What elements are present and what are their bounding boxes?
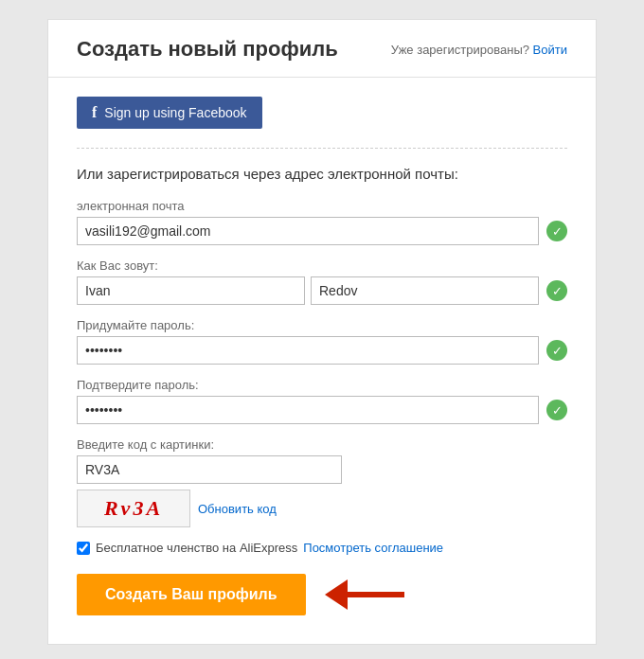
password-input[interactable] (77, 336, 539, 365)
name-input-row: ✓ (77, 276, 567, 305)
card-body: f Sign up using Facebook Или зарегистрир… (48, 78, 596, 644)
captcha-input-row (77, 455, 567, 484)
password-valid-icon: ✓ (546, 340, 567, 361)
password-input-row: ✓ (77, 336, 567, 365)
membership-label: Бесплатное членство на AliExpress (96, 541, 297, 555)
facebook-signup-button[interactable]: f Sign up using Facebook (77, 97, 262, 129)
login-link[interactable]: Войти (533, 43, 567, 57)
already-registered-text: Уже зарегистрированы? Войти (391, 43, 567, 57)
captcha-image-row: Rv3A Обновить код (77, 490, 567, 527)
arrow-shaft-icon (348, 592, 404, 597)
name-inputs (77, 276, 539, 305)
facebook-icon: f (92, 104, 97, 121)
submit-button[interactable]: Создать Ваш профиль (77, 574, 306, 615)
arrow-head-icon (325, 579, 348, 610)
captcha-image: Rv3A (77, 490, 190, 527)
signup-card: Создать новый профиль Уже зарегистрирова… (47, 19, 597, 645)
confirm-password-group: Подтвердите пароль: ✓ (77, 378, 567, 424)
divider (77, 148, 567, 149)
captcha-label: Введите код с картинки: (77, 437, 567, 452)
email-input-row: ✓ (77, 217, 567, 245)
email-valid-icon: ✓ (546, 221, 567, 241)
or-label: Или зарегистрироваться через адрес элект… (77, 166, 567, 182)
confirm-valid-icon: ✓ (546, 400, 567, 420)
facebook-button-label: Sign up using Facebook (104, 105, 246, 120)
card-header: Создать новый профиль Уже зарегистрирова… (48, 20, 596, 78)
captcha-section: Введите код с картинки: Rv3A Обновить ко… (77, 437, 567, 527)
membership-checkbox[interactable] (77, 542, 90, 555)
confirm-input-row: ✓ (77, 396, 567, 424)
membership-checkbox-row: Бесплатное членство на AliExpress Посмот… (77, 541, 567, 555)
password-group: Придумайте пароль: ✓ (77, 318, 567, 365)
password-label: Придумайте пароль: (77, 318, 567, 332)
email-group: электронная почта ✓ (77, 199, 567, 245)
email-input[interactable] (77, 217, 539, 245)
captcha-input[interactable] (77, 455, 342, 484)
refresh-captcha-link[interactable]: Обновить код (198, 502, 277, 516)
name-group: Как Вас зовут: ✓ (77, 258, 567, 305)
arrow-indicator (325, 579, 404, 610)
agreement-link[interactable]: Посмотреть соглашение (303, 541, 443, 555)
first-name-input[interactable] (77, 276, 305, 305)
name-valid-icon: ✓ (546, 280, 567, 301)
confirm-label: Подтвердите пароль: (77, 378, 567, 392)
email-label: электронная почта (77, 199, 567, 213)
last-name-input[interactable] (311, 276, 539, 305)
name-label: Как Вас зовут: (77, 258, 567, 273)
page-title: Создать новый профиль (77, 37, 338, 62)
submit-row: Создать Ваш профиль (77, 574, 567, 615)
confirm-password-input[interactable] (77, 396, 539, 424)
